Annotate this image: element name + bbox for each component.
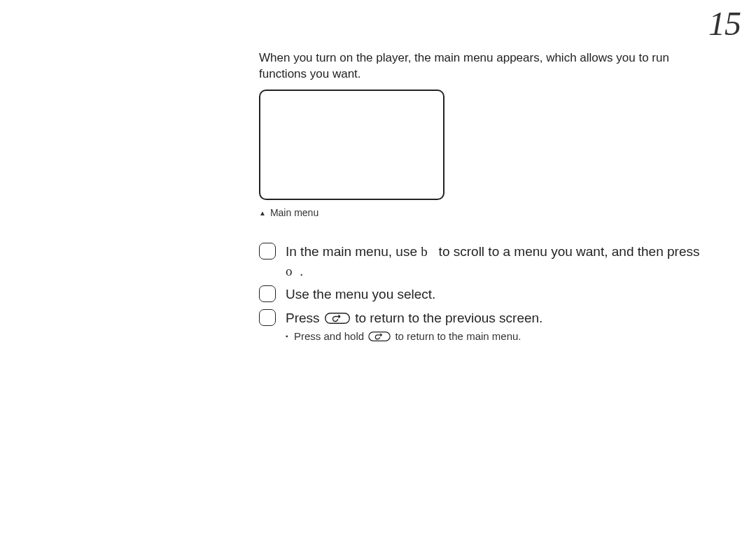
svg-rect-1: [369, 332, 390, 341]
svg-rect-0: [326, 313, 350, 323]
step-1-text-a: In the main menu, use: [286, 244, 421, 259]
step-number-box-1: [259, 243, 276, 260]
step-number-box-2: [259, 285, 276, 302]
caption-text: Main menu: [270, 207, 318, 218]
page: 15 When you turn on the player, the main…: [0, 0, 756, 533]
return-button-icon: [325, 313, 350, 324]
scroll-glyph: b: [421, 244, 428, 259]
substep-text-b: to return to the main menu.: [395, 330, 521, 342]
substep-text-a: Press and hold: [294, 330, 367, 342]
step-3-text-b: to return to the previous screen.: [355, 311, 542, 325]
step-2: Use the menu you select.: [259, 285, 707, 304]
screenshot-caption: ▲Main menu: [259, 207, 318, 218]
step-2-text: Use the menu you select.: [286, 287, 435, 301]
step-3-substep: Press and hold to return to the main men…: [259, 329, 707, 344]
step-3-text-a: Press: [286, 311, 323, 325]
intro-paragraph: When you turn on the player, the main me…: [259, 50, 714, 83]
step-3: Press to return to the previous screen.: [259, 308, 707, 328]
step-1: In the main menu, use b to scroll to a m…: [259, 242, 707, 280]
ok-glyph: o: [286, 264, 293, 278]
main-menu-screenshot-placeholder: [259, 90, 444, 200]
page-number: 15: [708, 4, 741, 43]
caption-marker-icon: ▲: [259, 209, 266, 217]
step-1-text-c: .: [300, 264, 303, 278]
step-number-box-3: [259, 309, 276, 326]
return-button-icon: [368, 332, 391, 341]
step-1-text-b: to scroll to a menu you want, and then p…: [435, 244, 699, 259]
steps-list: In the main menu, use b to scroll to a m…: [259, 242, 707, 344]
